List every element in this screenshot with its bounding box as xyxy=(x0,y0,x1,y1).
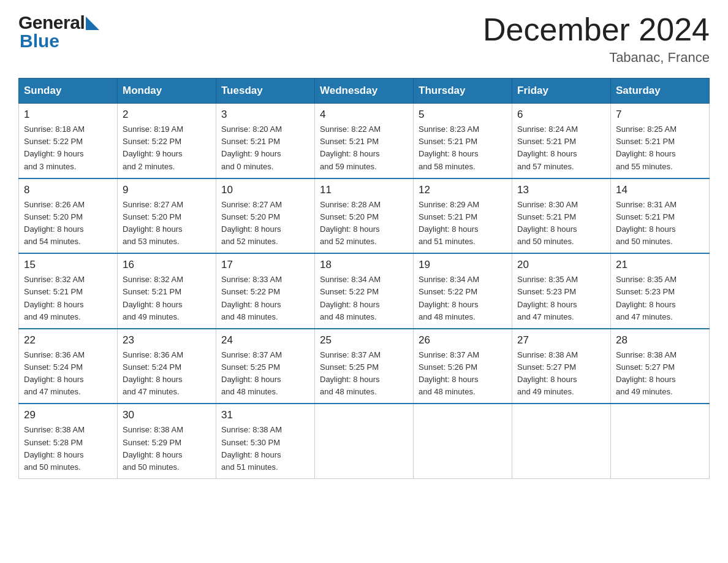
calendar-cell: 31Sunrise: 8:38 AM Sunset: 5:30 PM Dayli… xyxy=(216,404,315,478)
calendar-cell: 23Sunrise: 8:36 AM Sunset: 5:24 PM Dayli… xyxy=(118,329,216,404)
day-number: 16 xyxy=(123,259,211,271)
calendar-cell: 27Sunrise: 8:38 AM Sunset: 5:27 PM Dayli… xyxy=(512,329,611,404)
calendar-cell: 24Sunrise: 8:37 AM Sunset: 5:25 PM Dayli… xyxy=(216,329,315,404)
calendar-cell: 3Sunrise: 8:20 AM Sunset: 5:21 PM Daylig… xyxy=(216,104,315,178)
calendar-cell xyxy=(512,404,611,478)
day-info: Sunrise: 8:23 AM Sunset: 5:21 PM Dayligh… xyxy=(419,123,507,173)
calendar-cell xyxy=(315,404,414,478)
day-info: Sunrise: 8:26 AM Sunset: 5:20 PM Dayligh… xyxy=(24,199,112,248)
calendar-cell: 19Sunrise: 8:34 AM Sunset: 5:22 PM Dayli… xyxy=(414,253,512,329)
day-number: 4 xyxy=(320,109,408,121)
day-info: Sunrise: 8:24 AM Sunset: 5:21 PM Dayligh… xyxy=(517,123,605,173)
day-info: Sunrise: 8:36 AM Sunset: 5:24 PM Dayligh… xyxy=(24,349,112,399)
day-number: 24 xyxy=(221,334,309,347)
day-info: Sunrise: 8:32 AM Sunset: 5:21 PM Dayligh… xyxy=(123,274,211,323)
calendar-cell: 11Sunrise: 8:28 AM Sunset: 5:20 PM Dayli… xyxy=(315,178,414,254)
col-header-thursday: Thursday xyxy=(414,79,512,104)
location: Tabanac, France xyxy=(483,50,710,66)
calendar-week-row: 1Sunrise: 8:18 AM Sunset: 5:22 PM Daylig… xyxy=(19,104,710,178)
day-number: 17 xyxy=(221,259,309,271)
day-number: 5 xyxy=(419,109,507,121)
logo-row: General xyxy=(18,12,99,33)
logo-general-text: General xyxy=(18,12,85,33)
month-title: December 2024 xyxy=(483,12,710,47)
day-number: 29 xyxy=(24,409,112,421)
calendar-cell: 6Sunrise: 8:24 AM Sunset: 5:21 PM Daylig… xyxy=(512,104,611,178)
calendar-week-row: 15Sunrise: 8:32 AM Sunset: 5:21 PM Dayli… xyxy=(19,253,710,329)
calendar-cell: 26Sunrise: 8:37 AM Sunset: 5:26 PM Dayli… xyxy=(414,329,512,404)
day-info: Sunrise: 8:27 AM Sunset: 5:20 PM Dayligh… xyxy=(221,199,309,248)
day-info: Sunrise: 8:36 AM Sunset: 5:24 PM Dayligh… xyxy=(123,349,211,399)
day-info: Sunrise: 8:22 AM Sunset: 5:21 PM Dayligh… xyxy=(320,123,408,173)
calendar-week-row: 29Sunrise: 8:38 AM Sunset: 5:28 PM Dayli… xyxy=(19,404,710,478)
day-info: Sunrise: 8:25 AM Sunset: 5:21 PM Dayligh… xyxy=(616,123,704,173)
calendar-cell: 5Sunrise: 8:23 AM Sunset: 5:21 PM Daylig… xyxy=(414,104,512,178)
day-info: Sunrise: 8:34 AM Sunset: 5:22 PM Dayligh… xyxy=(320,274,408,323)
day-info: Sunrise: 8:18 AM Sunset: 5:22 PM Dayligh… xyxy=(24,123,112,173)
logo-triangle-icon xyxy=(86,17,99,30)
day-info: Sunrise: 8:38 AM Sunset: 5:29 PM Dayligh… xyxy=(123,424,211,473)
calendar-cell: 2Sunrise: 8:19 AM Sunset: 5:22 PM Daylig… xyxy=(118,104,216,178)
svg-marker-0 xyxy=(86,17,99,30)
col-header-sunday: Sunday xyxy=(19,79,118,104)
calendar-cell: 21Sunrise: 8:35 AM Sunset: 5:23 PM Dayli… xyxy=(611,253,710,329)
col-header-monday: Monday xyxy=(118,79,216,104)
col-header-tuesday: Tuesday xyxy=(216,79,315,104)
day-info: Sunrise: 8:33 AM Sunset: 5:22 PM Dayligh… xyxy=(221,274,309,323)
logo-blue-text: Blue xyxy=(18,31,59,52)
day-number: 23 xyxy=(123,334,211,347)
day-info: Sunrise: 8:35 AM Sunset: 5:23 PM Dayligh… xyxy=(616,274,704,323)
day-info: Sunrise: 8:28 AM Sunset: 5:20 PM Dayligh… xyxy=(320,199,408,248)
calendar-cell: 14Sunrise: 8:31 AM Sunset: 5:21 PM Dayli… xyxy=(611,178,710,254)
day-info: Sunrise: 8:19 AM Sunset: 5:22 PM Dayligh… xyxy=(123,123,211,173)
calendar-cell: 30Sunrise: 8:38 AM Sunset: 5:29 PM Dayli… xyxy=(118,404,216,478)
calendar-cell: 9Sunrise: 8:27 AM Sunset: 5:20 PM Daylig… xyxy=(118,178,216,254)
day-info: Sunrise: 8:32 AM Sunset: 5:21 PM Dayligh… xyxy=(24,274,112,323)
day-number: 22 xyxy=(24,334,112,347)
day-number: 1 xyxy=(24,109,112,121)
day-number: 9 xyxy=(123,184,211,196)
calendar-cell: 29Sunrise: 8:38 AM Sunset: 5:28 PM Dayli… xyxy=(19,404,118,478)
day-info: Sunrise: 8:38 AM Sunset: 5:30 PM Dayligh… xyxy=(221,424,309,473)
day-number: 11 xyxy=(320,184,408,196)
day-number: 7 xyxy=(616,109,704,121)
day-info: Sunrise: 8:34 AM Sunset: 5:22 PM Dayligh… xyxy=(419,274,507,323)
day-number: 14 xyxy=(616,184,704,196)
page-header: General Blue December 2024 Tabanac, Fran… xyxy=(18,12,710,66)
col-header-wednesday: Wednesday xyxy=(315,79,414,104)
day-info: Sunrise: 8:37 AM Sunset: 5:26 PM Dayligh… xyxy=(419,349,507,399)
day-info: Sunrise: 8:20 AM Sunset: 5:21 PM Dayligh… xyxy=(221,123,309,173)
title-block: December 2024 Tabanac, France xyxy=(483,12,710,66)
day-number: 19 xyxy=(419,259,507,271)
col-header-friday: Friday xyxy=(512,79,611,104)
day-number: 31 xyxy=(221,409,309,421)
day-info: Sunrise: 8:27 AM Sunset: 5:20 PM Dayligh… xyxy=(123,199,211,248)
day-number: 27 xyxy=(517,334,605,347)
calendar-cell xyxy=(414,404,512,478)
calendar-cell: 16Sunrise: 8:32 AM Sunset: 5:21 PM Dayli… xyxy=(118,253,216,329)
day-info: Sunrise: 8:37 AM Sunset: 5:25 PM Dayligh… xyxy=(320,349,408,399)
day-number: 30 xyxy=(123,409,211,421)
day-info: Sunrise: 8:38 AM Sunset: 5:28 PM Dayligh… xyxy=(24,424,112,473)
calendar-table: SundayMondayTuesdayWednesdayThursdayFrid… xyxy=(18,78,710,479)
day-info: Sunrise: 8:38 AM Sunset: 5:27 PM Dayligh… xyxy=(517,349,605,399)
day-number: 26 xyxy=(419,334,507,347)
day-number: 8 xyxy=(24,184,112,196)
calendar-header: SundayMondayTuesdayWednesdayThursdayFrid… xyxy=(19,79,710,104)
day-info: Sunrise: 8:30 AM Sunset: 5:21 PM Dayligh… xyxy=(517,199,605,248)
calendar-cell: 17Sunrise: 8:33 AM Sunset: 5:22 PM Dayli… xyxy=(216,253,315,329)
calendar-cell: 20Sunrise: 8:35 AM Sunset: 5:23 PM Dayli… xyxy=(512,253,611,329)
calendar-cell: 1Sunrise: 8:18 AM Sunset: 5:22 PM Daylig… xyxy=(19,104,118,178)
day-number: 28 xyxy=(616,334,704,347)
calendar-cell: 28Sunrise: 8:38 AM Sunset: 5:27 PM Dayli… xyxy=(611,329,710,404)
calendar-cell: 15Sunrise: 8:32 AM Sunset: 5:21 PM Dayli… xyxy=(19,253,118,329)
col-header-saturday: Saturday xyxy=(611,79,710,104)
calendar-cell: 13Sunrise: 8:30 AM Sunset: 5:21 PM Dayli… xyxy=(512,178,611,254)
day-number: 2 xyxy=(123,109,211,121)
calendar-week-row: 22Sunrise: 8:36 AM Sunset: 5:24 PM Dayli… xyxy=(19,329,710,404)
calendar-cell: 22Sunrise: 8:36 AM Sunset: 5:24 PM Dayli… xyxy=(19,329,118,404)
calendar-cell: 25Sunrise: 8:37 AM Sunset: 5:25 PM Dayli… xyxy=(315,329,414,404)
day-number: 12 xyxy=(419,184,507,196)
day-number: 15 xyxy=(24,259,112,271)
day-number: 20 xyxy=(517,259,605,271)
